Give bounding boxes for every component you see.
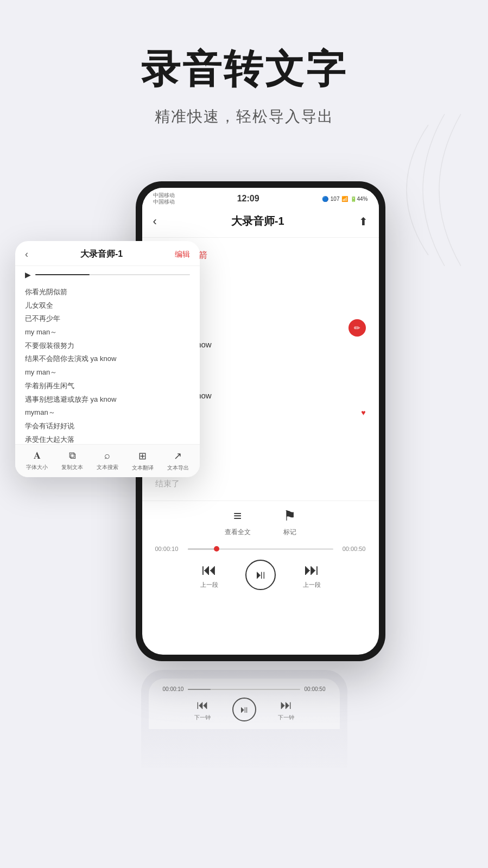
carrier1: 中国移动 xyxy=(153,192,175,199)
copy-icon: ⧉ xyxy=(69,450,76,461)
app-header: ‹ 大录音师-1 ⬆ xyxy=(142,207,379,238)
lyric-line-3: 已不再少年 xyxy=(25,312,190,326)
heart-icon: ♥ xyxy=(361,408,365,417)
toolbar-search[interactable]: ⌕ 文本搜索 xyxy=(97,450,118,472)
toolbar-copy-label: 复制文本 xyxy=(61,464,83,471)
reflection-prev-label: 下一钟 xyxy=(194,714,211,721)
reflection-phone: 00:00:10 00:00:50 ⏮ 下一钟 ⏯ ⏭ 下一钟 xyxy=(141,670,347,768)
battery-icon: 🔋44% xyxy=(350,196,367,202)
toolbar-export[interactable]: ↗ 文本导出 xyxy=(167,450,189,472)
view-full-text-button[interactable]: ≡ 查看全文 xyxy=(225,508,251,537)
bottom-reflection: 00:00:10 00:00:50 ⏮ 下一钟 ⏯ ⏭ 下一钟 xyxy=(0,659,488,768)
overlay-fill xyxy=(35,274,90,275)
reflection-start-time: 00:00:10 xyxy=(163,686,184,692)
bluetooth-icon: 🔵 xyxy=(322,196,328,202)
search-icon: ⌕ xyxy=(104,450,110,461)
toolbar-font-size[interactable]: 𝐀 字体大小 xyxy=(26,450,48,472)
lyric-line-10: myman～ xyxy=(25,406,190,420)
full-text-icon: ≡ xyxy=(233,508,242,524)
overlay-toolbar: 𝐀 字体大小 ⧉ 复制文本 ⌕ 文本搜索 ⊞ 文本翻译 ↗ 文本导出 xyxy=(15,444,200,477)
reflection-track xyxy=(188,689,300,690)
wifi-icon: 📶 xyxy=(341,196,348,202)
progress-end-time: 00:00:50 xyxy=(339,546,366,552)
reflection-play-icon: ⏯ xyxy=(239,704,249,715)
toolbar-export-label: 文本导出 xyxy=(167,464,189,472)
toolbar-font-label: 字体大小 xyxy=(26,464,48,471)
next-icon: ⏭ xyxy=(304,561,319,579)
reflection-next-label: 下一钟 xyxy=(278,714,294,721)
share-button[interactable]: ⬆ xyxy=(359,215,368,228)
status-time: 12:09 xyxy=(237,194,259,204)
lyric-line-11: 学会有话好好说 xyxy=(25,420,190,433)
overlay-progress-bar: ▶ xyxy=(15,266,200,281)
lyric-line-1: 你看光阴似箭 xyxy=(25,286,190,299)
lyric-line-4: my man～ xyxy=(25,326,190,339)
lyric-line-6: 结果不会陪你去演戏 ya know xyxy=(25,352,190,366)
lyric-line-5: 不要假装很努力 xyxy=(25,339,190,353)
prev-segment-button[interactable]: ⏮ 上一段 xyxy=(200,561,218,589)
progress-track[interactable] xyxy=(188,548,333,550)
overlay-back-button[interactable]: ‹ xyxy=(25,249,28,260)
mark-label: 标记 xyxy=(283,528,296,537)
reflection-content: 00:00:10 00:00:50 ⏮ 下一钟 ⏯ ⏭ 下一钟 xyxy=(149,679,340,729)
toolbar-translate-label: 文本翻译 xyxy=(132,464,154,472)
overlay-lyrics: 你看光阴似箭 儿女双全 已不再少年 my man～ 不要假装很努力 结果不会陪你… xyxy=(15,281,200,444)
lyric-line-9: 遇事别想逃避或放弃 ya know xyxy=(25,393,190,407)
carrier-info: 中国移动 中国移动 xyxy=(153,192,175,205)
lyric-line-2: 儿女双全 xyxy=(25,299,190,313)
reflection-next: ⏭ 下一钟 xyxy=(278,698,294,721)
next-segment-button[interactable]: ⏭ 上一段 xyxy=(303,561,321,589)
player-controls: ≡ 查看全文 ⚑ 标记 00:00:10 00:00:50 xyxy=(142,500,379,601)
mark-button[interactable]: ⚑ 标记 xyxy=(283,508,296,537)
toolbar-copy[interactable]: ⧉ 复制文本 xyxy=(61,450,83,472)
progress-fill xyxy=(188,548,217,550)
toolbar-search-label: 文本搜索 xyxy=(97,464,118,471)
app-title: 大录音师-1 xyxy=(231,214,284,229)
play-pause-icon: ⏯ xyxy=(255,568,267,582)
carrier2: 中国移动 xyxy=(153,199,175,205)
prev-icon: ⏮ xyxy=(201,561,217,579)
export-icon: ↗ xyxy=(174,450,182,462)
mark-icon: ⚑ xyxy=(283,508,296,524)
status-bar: 中国移动 中国移动 12:09 🔵 107 📶 🔋44% xyxy=(142,188,379,207)
lyric-line-7: my man～ xyxy=(25,366,190,379)
device-showcase: ‹ 大录音师-1 编辑 ▶ 你看光阴似箭 儿女双全 已不再少年 my man～ … xyxy=(0,181,488,670)
next-label: 上一段 xyxy=(303,581,321,589)
progress-thumb[interactable] xyxy=(214,546,219,552)
reflection-progress-row: 00:00:10 00:00:50 xyxy=(160,686,329,692)
reflection-prev-icon: ⏮ xyxy=(197,698,208,712)
overlay-title: 大录音师-1 xyxy=(80,249,123,260)
lyric-end: 结束了 xyxy=(155,476,366,492)
overlay-card: ‹ 大录音师-1 编辑 ▶ 你看光阴似箭 儿女双全 已不再少年 my man～ … xyxy=(15,241,200,477)
reflection-end-time: 00:00:50 xyxy=(305,686,326,692)
status-icons: 🔵 107 📶 🔋44% xyxy=(322,196,368,202)
back-button[interactable]: ‹ xyxy=(153,214,157,229)
edit-float-button[interactable]: ✏ xyxy=(348,319,366,337)
overlay-play-icon: ▶ xyxy=(25,270,31,279)
reflection-next-icon: ⏭ xyxy=(280,698,292,712)
reflection-play: ⏯ xyxy=(232,698,256,721)
hero-title: 录音转文字 xyxy=(22,43,466,96)
font-size-icon: 𝐀 xyxy=(34,450,41,461)
signal-strength: 107 xyxy=(331,196,340,202)
prev-label: 上一段 xyxy=(200,581,218,589)
progress-bar: 00:00:10 00:00:50 xyxy=(153,546,368,552)
reflection-prev: ⏮ 下一钟 xyxy=(194,698,211,721)
translate-icon: ⊞ xyxy=(138,450,147,462)
full-text-label: 查看全文 xyxy=(225,528,251,537)
toolbar-translate[interactable]: ⊞ 文本翻译 xyxy=(132,450,154,472)
progress-start-time: 00:00:10 xyxy=(155,546,182,552)
overlay-track[interactable] xyxy=(35,274,190,275)
reflection-buttons: ⏮ 下一钟 ⏯ ⏭ 下一钟 xyxy=(160,698,329,721)
playback-buttons: ⏮ 上一段 ⏯ ⏭ 上一段 xyxy=(153,560,368,590)
play-pause-button[interactable]: ⏯ xyxy=(245,560,276,590)
overlay-edit-button[interactable]: 编辑 xyxy=(175,250,190,259)
view-buttons: ≡ 查看全文 ⚑ 标记 xyxy=(153,508,368,537)
lyric-line-8: 学着别再生闲气 xyxy=(25,379,190,393)
